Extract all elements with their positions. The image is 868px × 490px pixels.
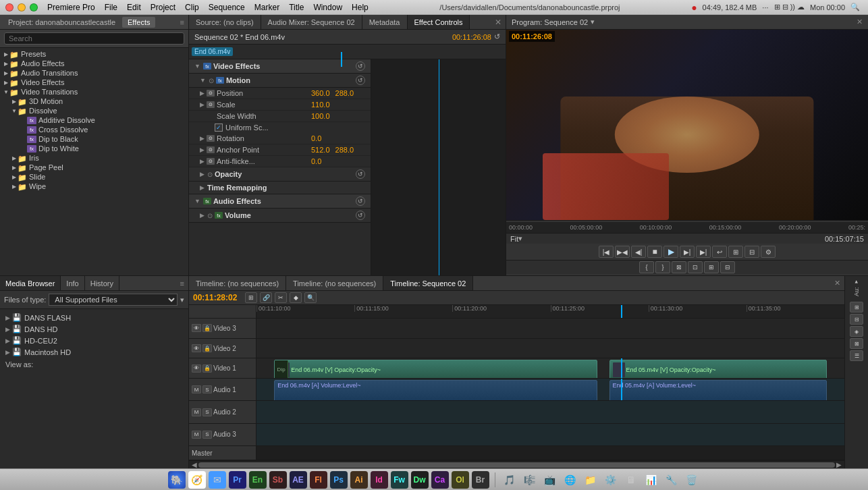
tl-btn-add-mark[interactable]: ◆: [290, 292, 302, 303]
close-button[interactable]: [5, 3, 13, 11]
volume-section[interactable]: ▶ ⊙ fx Volume ↺: [189, 209, 371, 223]
tl-btn-zoom[interactable]: 🔍: [304, 292, 317, 303]
transport-step-back[interactable]: |◀: [599, 246, 614, 258]
time-remapping-section[interactable]: ▶ Time Remapping: [189, 182, 371, 194]
tl-timecode[interactable]: 00:11:28:02: [193, 293, 237, 302]
audio-effects-section[interactable]: ▼ fx Audio Effects ↺: [189, 194, 371, 209]
track-content-video1[interactable]: Dip End 06.m4v [V] Opacity:Opacity~ End …: [256, 358, 844, 378]
transport-safe-margins[interactable]: ⊞: [728, 246, 743, 258]
mb-item-macintosh-hd[interactable]: ▶ 💾 Macintosh HD: [0, 346, 188, 358]
transport-settings[interactable]: ⚙: [761, 246, 776, 258]
motion-reset[interactable]: ↺: [356, 76, 365, 85]
video-effects-reset[interactable]: ↺: [356, 61, 365, 71]
tree-item-audio-effects[interactable]: ▶ 📁 Audio Effects: [0, 59, 188, 68]
dock-premiere[interactable]: Pr: [229, 471, 246, 489]
dock-indesign[interactable]: Id: [371, 471, 388, 489]
file-type-dropdown[interactable]: ▾: [180, 296, 184, 304]
dock-captivate[interactable]: Ca: [431, 471, 449, 489]
tree-item-iris[interactable]: ▶ 📁 Iris: [0, 153, 188, 163]
tree-item-page-peel[interactable]: ▶ 📁 Page Peel: [0, 163, 188, 172]
mb-item-hd-ceu2[interactable]: ▶ 💾 HD-CEU2: [0, 335, 188, 346]
source-tab[interactable]: Source: (no clips): [189, 15, 261, 29]
menu-window[interactable]: Window: [313, 3, 342, 12]
monitor-dropdown-icon[interactable]: ▾: [591, 18, 595, 26]
mb-close-button[interactable]: ≡: [176, 276, 188, 290]
track-lock-video1[interactable]: 🔒: [202, 364, 212, 373]
metadata-tab[interactable]: Metadata: [362, 15, 408, 29]
tab-info[interactable]: Info: [61, 276, 84, 290]
dock-misc4[interactable]: 📁: [582, 471, 599, 489]
tl-close-button[interactable]: ✕: [830, 276, 844, 290]
audio-effects-reset[interactable]: ↺: [356, 196, 365, 206]
dock-misc3[interactable]: 🌐: [562, 471, 579, 489]
menu-file[interactable]: File: [105, 3, 117, 12]
tree-item-slide[interactable]: ▶ 📁 Slide: [0, 172, 188, 182]
tree-item-dissolve[interactable]: ▼ 📁 Dissolve: [0, 106, 188, 115]
transport-output[interactable]: ⊟: [744, 246, 759, 258]
transport-overwrite[interactable]: ⊟: [720, 261, 735, 273]
transport-play-forward[interactable]: ▶|: [680, 246, 695, 258]
transport-extract[interactable]: ⊠: [672, 261, 686, 273]
dock-misc1[interactable]: 🎼: [521, 471, 539, 489]
track-eye-video3[interactable]: 👁: [192, 324, 201, 332]
tl-btn-link[interactable]: 🔗: [260, 292, 272, 303]
tree-item-video-transitions[interactable]: ▼ 📁 Video Transitions: [0, 87, 188, 97]
tl-tab-no-seq-2[interactable]: Timeline: (no sequences): [286, 276, 383, 290]
tree-item-additive-dissolve[interactable]: fx Additive Dissolve: [0, 115, 188, 125]
tree-item-presets[interactable]: ▶ 📁 Presets: [0, 49, 188, 59]
dock-soundbooth[interactable]: Sb: [269, 471, 287, 489]
audio-clip-end06[interactable]: End 06.m4v [A] Volume:Level~: [274, 380, 597, 400]
middle-panel-close[interactable]: ✕: [491, 15, 506, 29]
ec-reset-icon[interactable]: ↺: [494, 32, 500, 41]
mb-item-dans-flash[interactable]: ▶ 💾 DANS FLASH: [0, 312, 188, 323]
dock-trash[interactable]: 🗑️: [683, 471, 701, 489]
transport-step-forward-frame[interactable]: ◀|: [631, 246, 646, 258]
scroll-right-btn[interactable]: ▶: [836, 461, 842, 468]
motion-section[interactable]: ▼ ⊙ fx Motion ↺: [189, 74, 371, 88]
transport-stop[interactable]: ■: [647, 246, 662, 258]
scroll-left-btn[interactable]: ◀: [192, 461, 197, 468]
track-eye-video1[interactable]: 👁: [192, 364, 201, 373]
dock-fireworks[interactable]: Fw: [391, 471, 408, 489]
tl-tab-seq02[interactable]: Timeline: Sequence 02: [383, 276, 473, 290]
ec-timecode[interactable]: 00:11:26:08: [452, 33, 491, 41]
transport-mark-in[interactable]: {: [639, 261, 654, 273]
dock-mail[interactable]: ✉: [209, 471, 226, 489]
dock-bridge[interactable]: Br: [472, 471, 489, 489]
effects-tab[interactable]: Effects: [122, 17, 155, 28]
tab-history[interactable]: History: [85, 276, 119, 290]
maximize-button[interactable]: [30, 3, 38, 11]
track-solo-audio3[interactable]: S: [202, 431, 212, 439]
video-clip-end06[interactable]: Dip End 06.m4v [V] Opacity:Opacity~: [274, 360, 597, 378]
dock-misc5[interactable]: ⚙️: [602, 471, 620, 489]
anchor-point-value2[interactable]: 288.0: [335, 146, 354, 154]
dock-misc8[interactable]: 🔧: [663, 471, 680, 489]
audio-sidebar-btn-3[interactable]: ◈: [850, 326, 863, 337]
project-tab[interactable]: Project: danonabouncastlecastle: [4, 17, 119, 28]
track-content-audio1[interactable]: End 06.m4v [A] Volume:Level~ End 05.m4v …: [256, 379, 844, 400]
menu-marker[interactable]: Marker: [254, 3, 279, 12]
dock-illustrator[interactable]: Ai: [350, 471, 368, 489]
audio-sidebar-btn-5[interactable]: ☰: [850, 350, 863, 361]
tree-item-audio-transitions[interactable]: ▶ 📁 Audio Transitions: [0, 68, 188, 78]
monitor-tc-display[interactable]: 00:15:07:15: [825, 235, 864, 243]
search-icon[interactable]: 🔍: [850, 3, 860, 11]
tl-btn-razor[interactable]: ✂: [275, 292, 287, 303]
transport-play-backward[interactable]: ▶◀: [615, 246, 630, 258]
scale-value[interactable]: 110.0: [311, 101, 330, 109]
dock-misc6[interactable]: 🖥: [622, 471, 640, 489]
dock-finder[interactable]: 🐘: [168, 471, 186, 489]
opacity-section[interactable]: ▶ ⊙ Opacity ↺: [189, 167, 371, 182]
dock-dreamweaver[interactable]: Dw: [411, 471, 429, 489]
effects-search-input[interactable]: [4, 32, 184, 45]
tab-media-browser[interactable]: Media Browser: [0, 276, 61, 290]
tl-btn-snap[interactable]: ⊞: [245, 292, 257, 303]
menu-premiere-pro[interactable]: Premiere Pro: [47, 3, 95, 12]
tl-h-scrollbar[interactable]: ◀ ▶: [189, 460, 844, 468]
transport-go-to-end[interactable]: ▶|: [696, 246, 711, 258]
tree-item-3d-motion[interactable]: ▶ 📁 3D Motion: [0, 97, 188, 106]
track-mute-audio1[interactable]: M: [192, 385, 201, 393]
tl-tab-no-seq-1[interactable]: Timeline: (no sequences): [189, 276, 286, 290]
effect-controls-tab[interactable]: Effect Controls: [408, 15, 470, 29]
transport-loop[interactable]: ↩: [712, 246, 727, 258]
